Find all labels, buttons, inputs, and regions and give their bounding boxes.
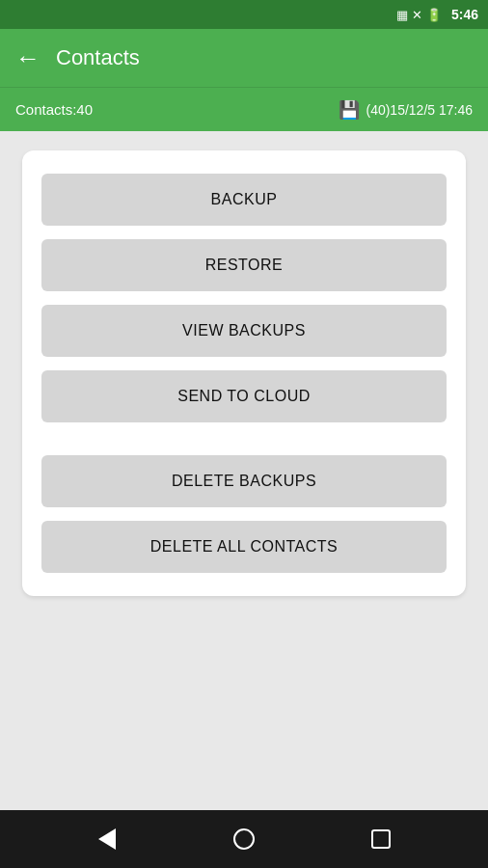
view-backups-button[interactable]: VIEW BACKUPS	[41, 305, 447, 357]
nav-home-button[interactable]	[220, 820, 268, 858]
bottom-nav	[0, 810, 488, 868]
home-nav-icon	[233, 828, 255, 850]
status-icons: ▦ ✕ 🔋 5:46	[396, 7, 478, 22]
contacts-count: Contacts:40	[15, 101, 93, 118]
back-button[interactable]: ←	[15, 43, 41, 73]
status-bar: ▦ ✕ 🔋 5:46	[0, 0, 488, 29]
recents-nav-icon	[371, 829, 391, 849]
separator	[41, 436, 447, 455]
battery-icon: 🔋	[426, 8, 442, 22]
action-card: BACKUP RESTORE VIEW BACKUPS SEND TO CLOU…	[22, 150, 466, 596]
send-to-cloud-button[interactable]: SEND TO CLOUD	[41, 370, 447, 422]
backup-button[interactable]: BACKUP	[41, 174, 447, 226]
delete-backups-button[interactable]: DELETE BACKUPS	[41, 455, 447, 507]
nav-back-button[interactable]	[83, 820, 131, 858]
delete-all-contacts-button[interactable]: DELETE ALL CONTACTS	[41, 521, 447, 573]
restore-button[interactable]: RESTORE	[41, 239, 447, 291]
app-title: Contacts	[56, 45, 140, 70]
save-icon: 💾	[339, 99, 360, 121]
sub-bar: Contacts:40 💾 (40)15/12/5 17:46	[0, 87, 488, 131]
backup-timestamp: (40)15/12/5 17:46	[366, 102, 473, 118]
status-time: 5:46	[451, 7, 478, 22]
vibrate-icon: ▦	[396, 8, 408, 22]
back-nav-icon	[98, 828, 116, 850]
main-content: BACKUP RESTORE VIEW BACKUPS SEND TO CLOU…	[0, 131, 488, 810]
backup-info: 💾 (40)15/12/5 17:46	[339, 99, 473, 121]
back-arrow-icon: ←	[15, 43, 41, 73]
app-bar: ← Contacts	[0, 29, 488, 87]
signal-icon: ✕	[412, 8, 422, 22]
nav-recents-button[interactable]	[357, 820, 405, 858]
